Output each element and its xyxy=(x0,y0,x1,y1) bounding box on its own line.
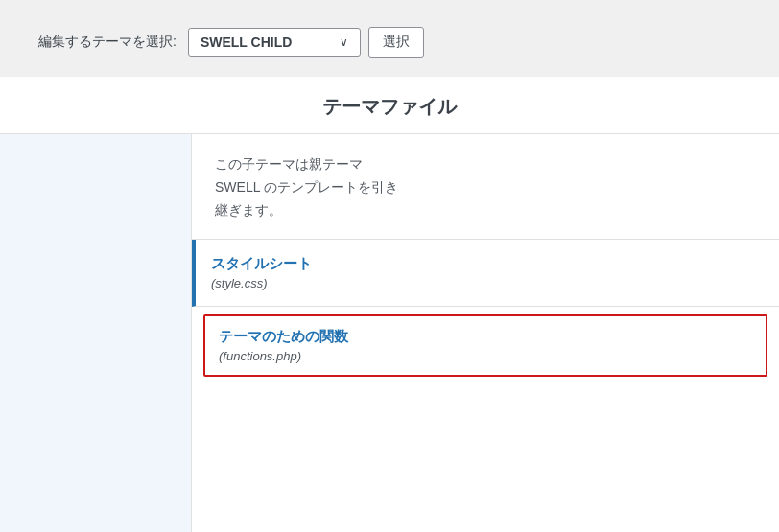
file-item-stylesheet[interactable]: スタイルシート (style.css) xyxy=(192,240,779,307)
info-text-block: この子テーマは親テーマ SWELL のテンプレートを引き 継ぎます。 xyxy=(192,134,779,240)
info-line-3: 継ぎます。 xyxy=(215,202,282,218)
main-content: テーマファイル この子テーマは親テーマ SWELL のテンプレートを引き 継ぎま… xyxy=(0,77,779,532)
left-sidebar xyxy=(0,134,192,532)
right-panel: この子テーマは親テーマ SWELL のテンプレートを引き 継ぎます。 スタイルシ… xyxy=(192,134,779,532)
file-item-name-functions: テーマのための関数 xyxy=(219,328,752,346)
file-item-filename-functions: (functions.php) xyxy=(219,349,752,363)
theme-select-wrapper: SWELL CHILD ∨ 選択 xyxy=(188,27,424,58)
page-container: 編集するテーマを選択: SWELL CHILD ∨ 選択 テーマファイル この子… xyxy=(0,0,779,532)
file-item-functions[interactable]: テーマのための関数 (functions.php) xyxy=(203,314,767,377)
chevron-down-icon: ∨ xyxy=(340,35,348,49)
theme-select-label: 編集するテーマを選択: xyxy=(38,34,177,51)
section-title-bar: テーマファイル xyxy=(0,77,779,134)
top-bar: 編集するテーマを選択: SWELL CHILD ∨ 選択 xyxy=(0,0,779,77)
info-line-1: この子テーマは親テーマ xyxy=(215,156,363,172)
content-split: この子テーマは親テーマ SWELL のテンプレートを引き 継ぎます。 スタイルシ… xyxy=(0,134,779,532)
file-item-filename-stylesheet: (style.css) xyxy=(211,276,760,290)
theme-dropdown-text: SWELL CHILD xyxy=(201,35,292,50)
info-line-2: SWELL のテンプレートを引き xyxy=(215,179,398,195)
theme-dropdown[interactable]: SWELL CHILD ∨ xyxy=(188,28,361,57)
select-button[interactable]: 選択 xyxy=(368,27,424,58)
file-item-name-stylesheet: スタイルシート xyxy=(211,255,760,273)
section-title: テーマファイル xyxy=(322,96,457,117)
